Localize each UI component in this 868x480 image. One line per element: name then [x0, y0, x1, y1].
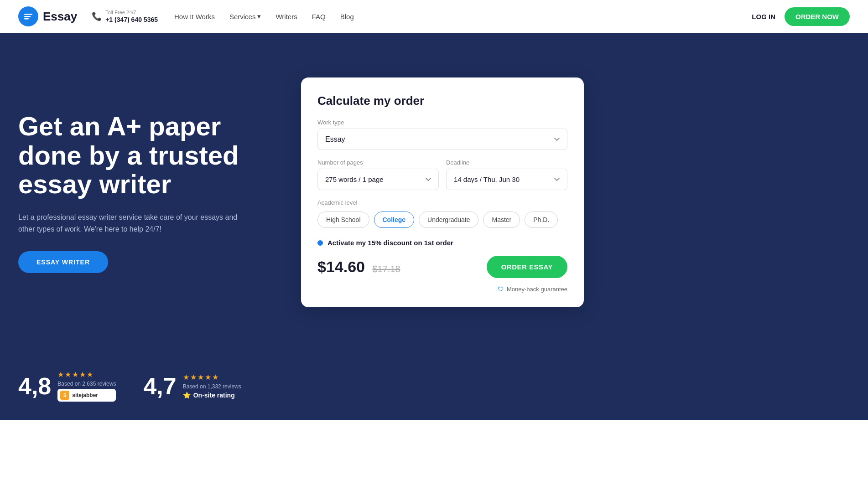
stars-2: ★★★★★: [183, 373, 241, 382]
academic-levels: High School College Undergraduate Master…: [317, 212, 567, 228]
phone-label: Toll-Free 24/7: [105, 10, 158, 15]
rating-onsite: 4,7 ★★★★★ Based on 1,332 reviews ⭐ On-si…: [143, 373, 241, 399]
pages-select[interactable]: 275 words / 1 page: [317, 169, 439, 190]
logo-icon: [18, 6, 38, 26]
rating-number-2: 4,7: [143, 374, 176, 398]
nav-how-it-works[interactable]: How It Works: [174, 13, 215, 21]
discount-text: Activate my 15% discount on 1st order: [327, 239, 453, 247]
phone-area: 📞 Toll-Free 24/7 +1 (347) 640 5365: [92, 10, 158, 23]
header-actions: LOG IN ORDER NOW: [752, 7, 850, 26]
nav-blog[interactable]: Blog: [340, 13, 354, 21]
money-back-row: 🛡 Money-back guarantee: [317, 285, 567, 293]
price-display: $14.60 $17.18: [317, 258, 400, 276]
discount-dot: [317, 240, 323, 246]
hero-section: Get an A+ paper done by a trusted essay …: [0, 33, 868, 361]
pages-group: Number of pages 275 words / 1 page: [317, 159, 439, 190]
hero-content: Get an A+ paper done by a trusted essay …: [18, 112, 301, 274]
money-back-text: Money-back guarantee: [507, 286, 567, 293]
chevron-down-icon: ▾: [257, 12, 261, 21]
onsite-text: On-site rating: [193, 392, 235, 399]
rating-sitejabber: 4,8 ★★★★★ Based on 2,635 reviews S sitej…: [18, 370, 116, 402]
work-type-label: Work type: [317, 119, 567, 126]
calc-title: Calculate my order: [317, 94, 567, 108]
deadline-select[interactable]: 14 days / Thu, Jun 30: [446, 169, 567, 190]
discount-row: Activate my 15% discount on 1st order: [317, 239, 567, 247]
order-now-button[interactable]: ORDER NOW: [785, 7, 850, 26]
svg-rect-2: [24, 18, 29, 20]
price-old: $17.18: [372, 264, 400, 274]
svg-rect-1: [24, 16, 31, 17]
sitejabber-icon: S: [60, 391, 69, 400]
level-high-school[interactable]: High School: [317, 212, 369, 228]
phone-icon: 📞: [92, 11, 102, 21]
rating-number-1: 4,8: [18, 374, 51, 398]
academic-level-label: Academic level: [317, 199, 567, 206]
level-undergraduate[interactable]: Undergraduate: [419, 212, 478, 228]
sitejabber-badge: S sitejabber: [57, 389, 116, 402]
onsite-star-icon: ⭐: [183, 392, 191, 399]
level-phd[interactable]: Ph.D.: [525, 212, 558, 228]
nav-faq[interactable]: FAQ: [312, 13, 326, 21]
review-text-2: Based on 1,332 reviews: [183, 383, 241, 390]
calculator-card: Calculate my order Work type Essay Numbe…: [301, 77, 584, 307]
pages-deadline-row: Number of pages 275 words / 1 page Deadl…: [317, 159, 567, 190]
hero-title: Get an A+ paper done by a trusted essay …: [18, 112, 283, 199]
pages-label: Number of pages: [317, 159, 439, 166]
login-button[interactable]: LOG IN: [752, 13, 775, 21]
stars-1: ★★★★★: [57, 370, 116, 379]
price-row: $14.60 $17.18 ORDER ESSAY: [317, 256, 567, 278]
header: Essay 📞 Toll-Free 24/7 +1 (347) 640 5365…: [0, 0, 868, 33]
nav-writers[interactable]: Writers: [275, 13, 297, 21]
onsite-badge: ⭐ On-site rating: [183, 392, 241, 399]
deadline-group: Deadline 14 days / Thu, Jun 30: [446, 159, 567, 190]
svg-rect-0: [24, 14, 32, 15]
main-nav: How It Works Services ▾ Writers FAQ Blog: [174, 12, 752, 21]
logo-area: Essay: [18, 6, 77, 26]
order-essay-button[interactable]: ORDER ESSAY: [487, 256, 567, 278]
ratings-bar: 4,8 ★★★★★ Based on 2,635 reviews S sitej…: [0, 361, 868, 420]
logo-text: Essay: [43, 10, 77, 24]
level-college[interactable]: College: [374, 212, 415, 228]
sitejabber-text: sitejabber: [72, 392, 98, 398]
hero-subtitle: Let a professional essay writer service …: [18, 212, 255, 235]
review-text-1: Based on 2,635 reviews: [57, 381, 116, 387]
nav-services[interactable]: Services ▾: [229, 12, 261, 21]
essay-writer-button[interactable]: ESSAY WRITER: [18, 251, 108, 273]
phone-number: +1 (347) 640 5365: [105, 16, 158, 23]
level-master[interactable]: Master: [483, 212, 520, 228]
work-type-select[interactable]: Essay: [317, 129, 567, 150]
shield-icon: 🛡: [498, 285, 504, 293]
price-current: $14.60: [317, 258, 365, 275]
deadline-label: Deadline: [446, 159, 567, 166]
